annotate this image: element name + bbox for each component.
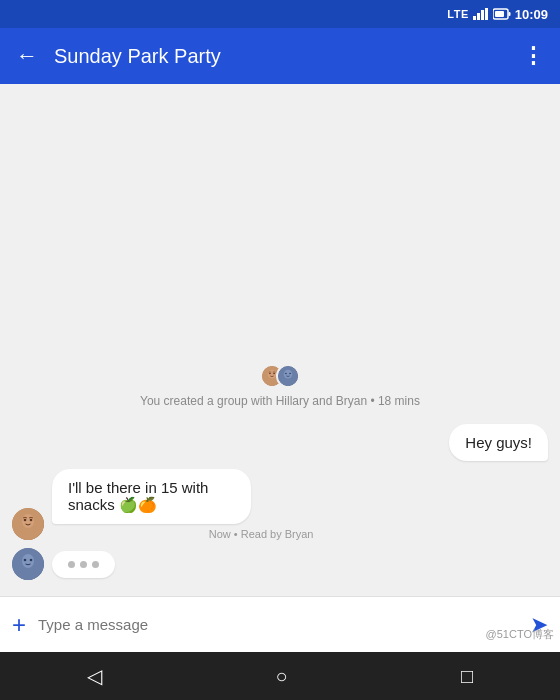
svg-point-10 — [269, 373, 271, 375]
svg-rect-6 — [508, 12, 510, 16]
more-options-button[interactable]: ⋮ — [522, 43, 544, 69]
system-message-text: You created a group with Hillary and Bry… — [140, 394, 420, 408]
svg-point-14 — [282, 379, 294, 387]
typing-dot-1 — [68, 561, 75, 568]
svg-rect-2 — [481, 10, 484, 20]
top-bar: ← Sunday Park Party ⋮ — [0, 28, 560, 84]
message-meta: Now • Read by Bryan — [52, 528, 317, 540]
back-button[interactable]: ← — [16, 43, 38, 69]
message-text: I'll be there in 15 with snacks 🍏🍊 — [68, 479, 208, 513]
send-button[interactable]: ➤ — [530, 612, 548, 638]
typing-indicator — [12, 548, 548, 580]
svg-rect-3 — [485, 8, 488, 20]
avatar-bryan — [276, 364, 300, 388]
typing-dots-bubble — [52, 551, 115, 578]
message-2: I'll be there in 15 with snacks 🍏🍊 Now •… — [12, 469, 548, 540]
message-text: Hey guys! — [465, 434, 532, 451]
time-display: 10:09 — [515, 7, 548, 22]
svg-point-15 — [285, 373, 287, 375]
sender-avatar — [12, 508, 44, 540]
svg-point-23 — [22, 554, 34, 568]
status-bar: LTE 10:09 — [0, 0, 560, 28]
message-input[interactable] — [38, 616, 522, 633]
nav-back-button[interactable]: ◁ — [87, 664, 102, 688]
message-bubble-outgoing: Hey guys! — [449, 424, 548, 461]
svg-point-21 — [30, 519, 33, 522]
signal-icon — [473, 8, 489, 20]
typing-dot-2 — [80, 561, 87, 568]
svg-point-16 — [289, 373, 291, 375]
screen: LTE 10:09 ← Sunday Park Party ⋮ — [0, 0, 560, 700]
svg-point-18 — [22, 514, 34, 528]
svg-rect-0 — [473, 16, 476, 20]
chat-area: You created a group with Hillary and Bry… — [0, 84, 560, 596]
svg-point-8 — [268, 370, 276, 379]
svg-point-25 — [24, 559, 27, 562]
typing-dot-3 — [92, 561, 99, 568]
svg-point-11 — [273, 373, 275, 375]
system-avatars — [260, 364, 300, 388]
status-bar-content: LTE 10:09 — [447, 7, 548, 22]
network-label: LTE — [447, 8, 468, 20]
svg-point-20 — [24, 519, 27, 522]
conversation-title: Sunday Park Party — [54, 45, 522, 68]
typing-user-avatar — [12, 548, 44, 580]
svg-point-26 — [30, 559, 33, 562]
svg-rect-5 — [495, 11, 504, 17]
message-1: Hey guys! — [12, 424, 548, 461]
svg-rect-1 — [477, 13, 480, 20]
nav-recent-button[interactable]: □ — [461, 665, 473, 688]
nav-home-button[interactable]: ○ — [275, 665, 287, 688]
svg-point-13 — [284, 370, 292, 379]
system-message: You created a group with Hillary and Bry… — [12, 364, 548, 408]
nav-bar: ◁ ○ □ — [0, 652, 560, 700]
message-bubble-incoming: I'll be there in 15 with snacks 🍏🍊 — [52, 469, 251, 524]
input-bar: + ➤ — [0, 596, 560, 652]
add-button[interactable]: + — [12, 611, 26, 639]
battery-icon — [493, 8, 511, 20]
